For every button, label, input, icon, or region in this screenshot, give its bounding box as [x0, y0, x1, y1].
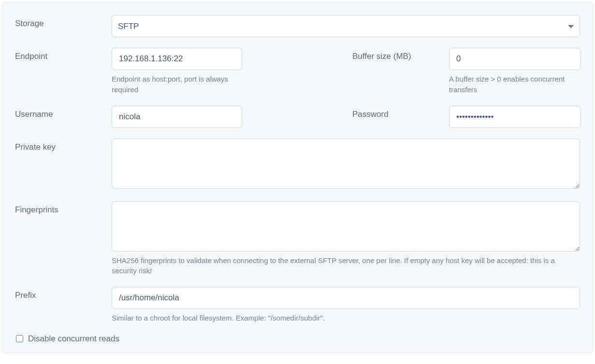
- fingerprints-label: Fingerprints: [15, 201, 112, 215]
- username-label: Username: [15, 106, 112, 119]
- disable-concurrent-label[interactable]: Disable concurrent reads: [28, 334, 119, 344]
- buffer-size-label: Buffer size (MB): [352, 48, 449, 61]
- storage-label: Storage: [15, 15, 112, 28]
- prefix-label: Prefix: [15, 287, 112, 300]
- endpoint-help: Endpoint as host:port, port is always re…: [112, 74, 237, 95]
- prefix-help: Similar to a chroot for local filesystem…: [112, 313, 580, 323]
- fingerprints-help: SHA256 fingerprints to validate when con…: [112, 255, 580, 277]
- storage-config-panel: Storage SFTP Endpoint Endpoint as host:p…: [2, 2, 593, 353]
- prefix-input[interactable]: [112, 287, 580, 309]
- buffer-size-input[interactable]: [449, 48, 580, 70]
- username-input[interactable]: [112, 106, 242, 128]
- disable-concurrent-checkbox[interactable]: [16, 335, 23, 342]
- password-input[interactable]: [449, 106, 580, 128]
- endpoint-label: Endpoint: [15, 48, 112, 61]
- password-label: Password: [352, 106, 449, 119]
- buffer-size-help: A buffer size > 0 enables concurrent tra…: [449, 74, 575, 95]
- endpoint-input[interactable]: [112, 48, 242, 70]
- private-key-textarea[interactable]: [112, 139, 580, 189]
- fingerprints-textarea[interactable]: [112, 201, 580, 252]
- private-key-label: Private key: [15, 139, 112, 152]
- storage-select[interactable]: SFTP: [112, 15, 580, 37]
